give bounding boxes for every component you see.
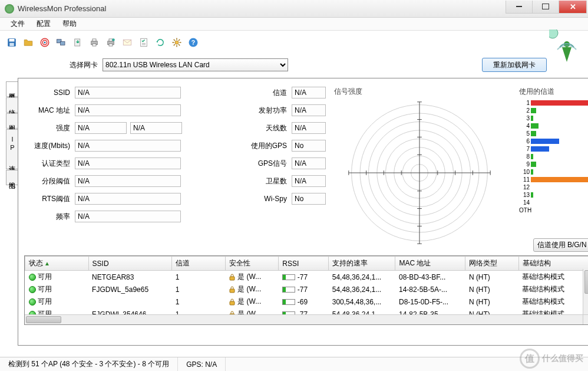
maximize-button[interactable] bbox=[532, 1, 559, 14]
svg-line-27 bbox=[174, 44, 175, 45]
column-header[interactable]: 信道 bbox=[172, 257, 226, 271]
menu-file[interactable]: 文件 bbox=[5, 18, 31, 30]
network-table: 状态▲SSID信道安全性RSSI支持的速率MAC 地址网络类型基础结构 可用NE… bbox=[24, 255, 588, 325]
channel-bar bbox=[531, 131, 536, 136]
label: 强度 bbox=[24, 123, 75, 133]
channel-bar bbox=[531, 108, 536, 113]
folder-icon[interactable] bbox=[21, 35, 35, 50]
field: No bbox=[292, 193, 326, 205]
field: N/A bbox=[75, 104, 181, 116]
status-ap-count: 检测到 51 个AP (48 个安全 - 3 个不安全) - 8 个可用 bbox=[0, 357, 178, 371]
refresh-icon[interactable] bbox=[153, 35, 167, 50]
close-button[interactable] bbox=[559, 1, 587, 14]
svg-rect-17 bbox=[141, 38, 147, 47]
channel-bar bbox=[531, 162, 536, 167]
side-tab-1[interactable]: 统计 bbox=[6, 97, 18, 113]
label: Wi-Spy bbox=[250, 195, 292, 203]
svg-rect-60 bbox=[230, 289, 234, 293]
computers-icon[interactable] bbox=[54, 35, 68, 50]
table-scrollbar-vertical[interactable] bbox=[583, 269, 588, 314]
label: 使用的GPS bbox=[250, 141, 292, 151]
gear-icon[interactable] bbox=[170, 35, 184, 50]
field: N/A bbox=[75, 122, 127, 134]
svg-point-20 bbox=[175, 41, 179, 44]
channel-bar bbox=[531, 123, 539, 129]
svg-line-26 bbox=[179, 44, 180, 45]
channel-bar bbox=[531, 116, 533, 121]
field: N/A bbox=[292, 122, 326, 134]
label: GPS信号 bbox=[250, 159, 292, 169]
label: 发射功率 bbox=[250, 106, 292, 116]
help-icon[interactable]: ? bbox=[186, 35, 200, 50]
mail-icon[interactable] bbox=[120, 35, 134, 50]
svg-rect-59 bbox=[230, 277, 234, 280]
checklist-icon[interactable] bbox=[137, 35, 151, 50]
svg-rect-11 bbox=[93, 44, 96, 46]
status-dot-icon bbox=[29, 286, 36, 293]
radar-column: 信号强度 bbox=[334, 87, 511, 252]
info-left-column: SSIDN/AMAC 地址N/A强度N/AN/A速度(Mbits)N/A认证类型… bbox=[24, 87, 242, 252]
svg-line-25 bbox=[174, 40, 175, 41]
label: 频率 bbox=[24, 212, 75, 222]
reload-adapters-button[interactable]: 重新加载网卡 bbox=[482, 58, 547, 72]
watermark: 值什么值得买 bbox=[520, 349, 583, 369]
printer1-icon[interactable] bbox=[87, 35, 101, 50]
channel-usage-button[interactable]: 信道使用 B/G/N bbox=[533, 238, 588, 252]
column-header[interactable]: 安全性 bbox=[225, 257, 279, 271]
svg-rect-61 bbox=[230, 301, 234, 305]
menu-config[interactable]: 配置 bbox=[31, 18, 57, 30]
minimize-button[interactable] bbox=[506, 1, 533, 14]
statusbar: 检测到 51 个AP (48 个安全 - 3 个不安全) - 8 个可用 GPS… bbox=[0, 357, 588, 371]
lock-icon bbox=[229, 286, 236, 293]
channel-bar bbox=[531, 154, 533, 159]
column-header[interactable]: RSSI bbox=[279, 257, 329, 271]
status-dot-icon bbox=[29, 274, 36, 281]
side-tabs: 概要统计图形IP 连接地图 bbox=[6, 78, 18, 346]
svg-rect-14 bbox=[109, 44, 113, 46]
table-scrollbar-horizontal[interactable] bbox=[25, 314, 583, 324]
field: N/A bbox=[292, 104, 326, 116]
radar-chart bbox=[334, 99, 505, 247]
export-icon[interactable] bbox=[71, 35, 85, 50]
side-tab-2[interactable]: 图形 bbox=[6, 113, 18, 129]
label: 信道 bbox=[250, 88, 292, 98]
label: 天线数 bbox=[250, 123, 292, 133]
menu-help[interactable]: 帮助 bbox=[57, 18, 82, 30]
field: N/A bbox=[75, 140, 181, 152]
side-tab-3[interactable]: IP 连接 bbox=[6, 129, 18, 169]
label: MAC 地址 bbox=[24, 106, 75, 116]
label: 速度(Mbits) bbox=[24, 141, 75, 151]
side-tab-4[interactable]: 地图 bbox=[6, 170, 18, 185]
svg-line-28 bbox=[179, 40, 180, 41]
lock-icon bbox=[229, 298, 236, 306]
save-icon[interactable] bbox=[5, 35, 19, 50]
side-tab-0[interactable]: 概要 bbox=[6, 81, 18, 97]
main-panel: SSIDN/AMAC 地址N/A强度N/AN/A速度(Mbits)N/A认证类型… bbox=[18, 78, 588, 346]
field: N/A bbox=[75, 211, 181, 222]
adapter-select[interactable]: 802.11n USB Wireless LAN Card bbox=[103, 58, 288, 71]
svg-rect-1 bbox=[9, 39, 15, 42]
column-header[interactable]: SSID bbox=[88, 257, 172, 271]
svg-rect-13 bbox=[109, 39, 113, 41]
field: N/A bbox=[292, 87, 326, 99]
column-header[interactable]: 状态▲ bbox=[25, 257, 89, 271]
svg-rect-10 bbox=[93, 39, 96, 41]
info-mid-column: 信道N/A发射功率N/A天线数N/A使用的GPSNoGPS信号N/A卫星数N/A… bbox=[250, 87, 326, 252]
column-header[interactable]: 基础结构 bbox=[518, 257, 588, 271]
rssi-bar-icon bbox=[282, 287, 295, 293]
table-row[interactable]: 可用FJGDWL_5a9e651是 (W...-7754,48,36,24,1.… bbox=[25, 283, 589, 296]
status-dot-icon bbox=[29, 298, 36, 306]
printer2-icon[interactable] bbox=[104, 35, 118, 50]
channels-column: 使用的信道 1234567891011121314OTH 信道使用 B/G/N bbox=[519, 87, 588, 252]
channel-bar bbox=[531, 192, 533, 198]
column-header[interactable]: 网络类型 bbox=[465, 257, 519, 271]
window-title: WirelessMon Professional bbox=[18, 4, 506, 13]
table-row[interactable]: 可用NETGEAR831是 (W...-7754,48,36,24,1...08… bbox=[25, 271, 589, 284]
lock-icon bbox=[229, 274, 236, 281]
column-header[interactable]: MAC 地址 bbox=[395, 257, 465, 271]
target-icon[interactable] bbox=[38, 35, 52, 50]
table-row[interactable]: 可用1是 (W...-69300,54,48,36,...D8-15-0D-F5… bbox=[25, 296, 589, 308]
titlebar: WirelessMon Professional bbox=[0, 0, 588, 18]
column-header[interactable]: 支持的速率 bbox=[329, 257, 395, 271]
field: N/A bbox=[130, 122, 182, 134]
